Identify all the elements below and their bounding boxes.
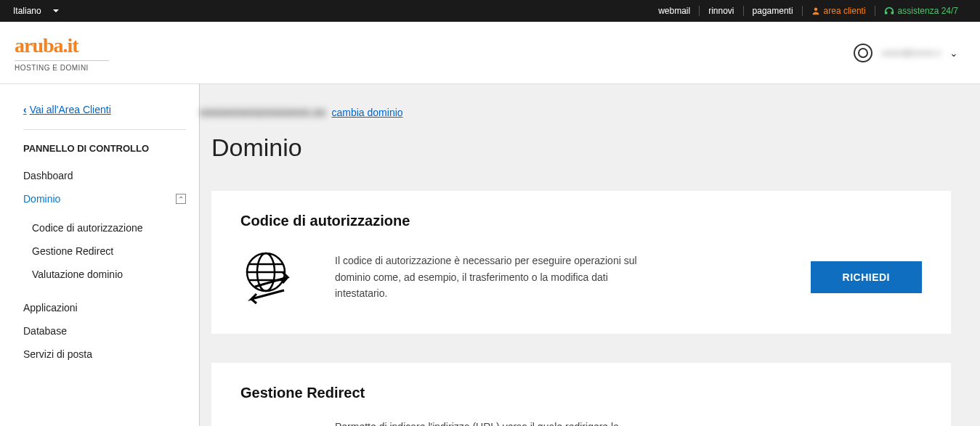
top-bar: Italiano webmail rinnovi pagamenti area …	[0, 0, 980, 22]
card-body: Il codice di autorizzazione è necessario…	[240, 247, 922, 308]
link-pagamenti[interactable]: pagamenti	[744, 6, 803, 16]
card-title: Codice di autorizzazione	[240, 213, 922, 229]
chevron-down-icon: ⌄	[949, 47, 958, 59]
card-title: Gestione Redirect	[240, 385, 922, 401]
link-assistenza[interactable]: assistenza 24/7	[875, 6, 967, 16]
user-menu[interactable]: xxxxx@xxxxx.x ⌄	[854, 44, 958, 62]
card-codice-autorizzazione: Codice di autorizzazione Il codice di au…	[211, 191, 951, 334]
sidebar-item-database[interactable]: Database	[23, 319, 186, 343]
top-links: webmail rinnovi pagamenti area clienti a…	[649, 6, 967, 16]
card-description: Il codice di autorizzazione è necessario…	[335, 253, 640, 301]
sidebar-sub-redirect[interactable]: Gestione Redirect	[23, 239, 186, 263]
person-icon	[811, 7, 820, 15]
sidebar-item-dashboard[interactable]: Dashboard	[23, 164, 186, 187]
sidebar-item-applicazioni[interactable]: Applicazioni	[23, 296, 186, 319]
caret-down-icon	[53, 9, 59, 12]
language-label: Italiano	[13, 6, 41, 16]
logo[interactable]: aruba.it HOSTING E DOMINI	[15, 34, 109, 72]
sidebar-item-posta[interactable]: Servizi di posta	[23, 343, 186, 366]
globe-transfer-icon	[240, 247, 299, 308]
back-link[interactable]: ‹ Vai all'Area Clienti	[23, 104, 111, 115]
collapse-icon[interactable]: ⌃	[176, 194, 186, 204]
avatar-icon	[854, 44, 872, 62]
logo-tagline: HOSTING E DOMINI	[15, 60, 109, 72]
logo-text: aruba.it	[15, 34, 109, 57]
main-content: xxxxxxxxxxxxxxxxx.xx cambia dominio Domi…	[200, 84, 980, 426]
chevron-left-icon: ‹	[23, 104, 27, 115]
change-domain-link[interactable]: cambia dominio	[332, 107, 403, 118]
header: aruba.it HOSTING E DOMINI xxxxx@xxxxx.x …	[0, 22, 980, 84]
richiedi-button[interactable]: RICHIEDI	[811, 261, 922, 293]
svg-point-0	[814, 8, 817, 12]
card-body: Permette di indicare l'indirizzo (URL) v…	[240, 419, 922, 426]
container: ‹ Vai all'Area Clienti PANNELLO DI CONTR…	[0, 84, 980, 426]
sidebar-sub-codice[interactable]: Codice di autorizzazione	[23, 216, 186, 239]
sidebar-item-dominio[interactable]: Dominio ⌃	[23, 187, 186, 210]
sidebar: ‹ Vai all'Area Clienti PANNELLO DI CONTR…	[0, 84, 200, 426]
current-domain: xxxxxxxxxxxxxxxxx.xx	[200, 106, 326, 119]
sidebar-title: PANNELLO DI CONTROLLO	[23, 143, 186, 154]
link-webmail[interactable]: webmail	[649, 6, 700, 16]
headset-icon	[884, 6, 894, 16]
sidebar-sub-valutazione[interactable]: Valutazione dominio	[23, 263, 186, 286]
domain-line: xxxxxxxxxxxxxxxxx.xx cambia dominio	[200, 106, 951, 119]
card-description: Permette di indicare l'indirizzo (URL) v…	[335, 419, 640, 426]
user-email: xxxxx@xxxxx.x	[881, 48, 941, 58]
divider	[23, 129, 186, 130]
language-selector[interactable]: Italiano	[13, 6, 59, 16]
page-title: Dominio	[211, 134, 951, 162]
link-area-clienti[interactable]: area clienti	[803, 6, 875, 16]
dominio-subgroup: Codice di autorizzazione Gestione Redire…	[23, 216, 186, 286]
link-rinnovi[interactable]: rinnovi	[700, 6, 743, 16]
card-gestione-redirect: Gestione Redirect Permette di indicare l…	[211, 363, 951, 426]
